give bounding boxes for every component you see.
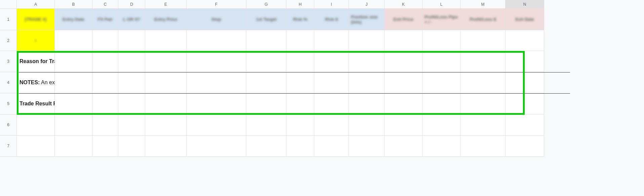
col-header-i[interactable]: I <box>314 0 349 9</box>
cell-l6[interactable] <box>422 114 460 136</box>
cell-b3[interactable] <box>55 51 92 72</box>
cell-f5[interactable] <box>187 93 246 114</box>
cell-i6[interactable] <box>314 114 349 136</box>
cell-l1[interactable]: Profit/Loss Pips + / - <box>422 9 460 30</box>
cell-b5[interactable] <box>55 93 92 114</box>
cell-m7[interactable] <box>460 136 506 157</box>
cell-i2[interactable] <box>314 30 349 51</box>
cell-n2[interactable] <box>506 30 544 51</box>
cell-d6[interactable] <box>118 114 145 136</box>
cell-e3[interactable] <box>145 51 187 72</box>
cell-c5[interactable] <box>92 93 118 114</box>
cell-n3[interactable] <box>506 51 544 72</box>
cell-h5[interactable] <box>286 93 314 114</box>
cell-k2[interactable] <box>385 30 422 51</box>
cell-l7[interactable] <box>422 136 460 157</box>
cell-h7[interactable] <box>286 136 314 157</box>
cell-m5[interactable] <box>460 93 506 114</box>
cell-c6[interactable] <box>92 114 118 136</box>
cell-f3[interactable] <box>187 51 246 72</box>
cell-n1[interactable]: Exit Date <box>506 9 544 30</box>
cell-d2[interactable] <box>118 30 145 51</box>
cell-m1[interactable]: Profit/Loss $ <box>460 9 506 30</box>
cell-m4[interactable] <box>460 72 506 93</box>
cell-k1[interactable]: Exit Price <box>385 9 422 30</box>
row-header-3[interactable]: 3 <box>0 51 17 72</box>
cell-g1[interactable]: 1st Target <box>246 9 286 30</box>
cell-c4[interactable] <box>92 72 118 93</box>
cell-k6[interactable] <box>385 114 422 136</box>
cell-g5[interactable] <box>246 93 286 114</box>
cell-h2[interactable] <box>286 30 314 51</box>
col-header-a[interactable]: A <box>17 0 55 9</box>
col-header-k[interactable]: K <box>385 0 422 9</box>
cell-g3[interactable] <box>246 51 286 72</box>
cell-m2[interactable] <box>460 30 506 51</box>
cell-b7[interactable] <box>55 136 92 157</box>
cell-j7[interactable] <box>349 136 385 157</box>
cell-f2[interactable] <box>187 30 246 51</box>
cell-h3[interactable] <box>286 51 314 72</box>
cell-a7[interactable] <box>17 136 55 157</box>
corner-cell[interactable] <box>0 0 17 9</box>
cell-g7[interactable] <box>246 136 286 157</box>
cell-e2[interactable] <box>145 30 187 51</box>
cell-k5[interactable] <box>385 93 422 114</box>
cell-n5[interactable] <box>506 93 544 114</box>
cell-i7[interactable] <box>314 136 349 157</box>
cell-k3[interactable] <box>385 51 422 72</box>
cell-n4[interactable] <box>506 72 544 93</box>
cell-e4[interactable] <box>145 72 187 93</box>
cell-l4[interactable] <box>422 72 460 93</box>
cell-l3[interactable] <box>422 51 460 72</box>
cell-h1[interactable]: Risk % <box>286 9 314 30</box>
col-header-d[interactable]: D <box>118 0 145 9</box>
cell-j2[interactable] <box>349 30 385 51</box>
cell-d1[interactable]: L OR S? <box>118 9 145 30</box>
cell-j3[interactable] <box>349 51 385 72</box>
row-header-5[interactable]: 5 <box>0 93 17 114</box>
cell-d7[interactable] <box>118 136 145 157</box>
cell-a1[interactable]: [TRADE #] <box>17 9 55 30</box>
cell-a5[interactable]: Trade Result Remarks: EXAMPLE; Fully rec… <box>17 93 55 114</box>
col-header-h[interactable]: H <box>286 0 314 9</box>
cell-i1[interactable]: Risk $ <box>314 9 349 30</box>
cell-h6[interactable] <box>286 114 314 136</box>
cell-m6[interactable] <box>460 114 506 136</box>
cell-k4[interactable] <box>385 72 422 93</box>
cell-j5[interactable] <box>349 93 385 114</box>
cell-l5[interactable] <box>422 93 460 114</box>
row-header-4[interactable]: 4 <box>0 72 17 93</box>
cell-c3[interactable] <box>92 51 118 72</box>
cell-j6[interactable] <box>349 114 385 136</box>
row-header-6[interactable]: 6 <box>0 114 17 136</box>
cell-i5[interactable] <box>314 93 349 114</box>
cell-b2[interactable] <box>55 30 92 51</box>
cell-b1[interactable]: Entry Date <box>55 9 92 30</box>
col-header-b[interactable]: B <box>55 0 92 9</box>
cell-f7[interactable] <box>187 136 246 157</box>
col-header-m[interactable]: M <box>460 0 506 9</box>
cell-e6[interactable] <box>145 114 187 136</box>
cell-c1[interactable]: FX Pair <box>92 9 118 30</box>
cell-h4[interactable] <box>286 72 314 93</box>
cell-b6[interactable] <box>55 114 92 136</box>
col-header-g[interactable]: G <box>246 0 286 9</box>
cell-e5[interactable] <box>145 93 187 114</box>
cell-g4[interactable] <box>246 72 286 93</box>
col-header-f[interactable]: F <box>187 0 246 9</box>
cell-c2[interactable] <box>92 30 118 51</box>
cell-n6[interactable] <box>506 114 544 136</box>
col-header-c[interactable]: C <box>92 0 118 9</box>
cell-d4[interactable] <box>118 72 145 93</box>
cell-a2[interactable]: I <box>17 30 55 51</box>
cell-e1[interactable]: Entry Price <box>145 9 187 30</box>
cell-k7[interactable] <box>385 136 422 157</box>
cell-f4[interactable] <box>187 72 246 93</box>
cell-c7[interactable] <box>92 136 118 157</box>
cell-g6[interactable] <box>246 114 286 136</box>
cell-e7[interactable] <box>145 136 187 157</box>
cell-j4[interactable] <box>349 72 385 93</box>
cell-j1[interactable]: Position size (lots) <box>349 9 385 30</box>
col-header-l[interactable]: L <box>422 0 460 9</box>
